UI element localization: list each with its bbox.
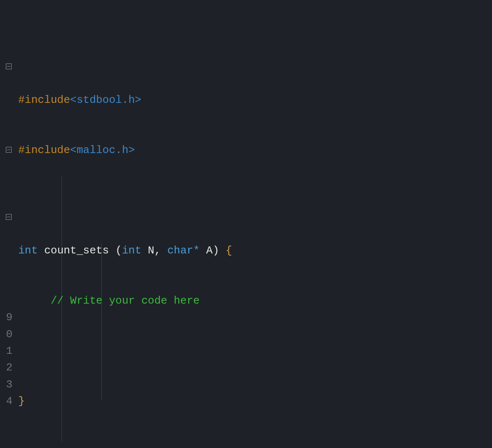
gutter-line[interactable] (0, 142, 15, 158)
gutter-line (0, 42, 15, 58)
gutter-line (0, 8, 15, 25)
code-line[interactable] (18, 343, 492, 359)
gutter-line[interactable] (0, 58, 15, 75)
gutter-line: 9 (0, 309, 15, 326)
code-area[interactable]: #include<stdbool.h> #include<malloc.h> i… (15, 0, 492, 448)
gutter-line (0, 242, 15, 259)
line-number: 1 (6, 345, 12, 357)
line-number: 0 (6, 328, 12, 341)
code-line[interactable]: int count_sets (int N, char* A) { (18, 242, 492, 259)
code-line[interactable] (18, 192, 492, 209)
fold-toggle-icon[interactable] (6, 214, 12, 220)
gutter-line (0, 125, 15, 142)
param-name: N (148, 244, 154, 257)
gutter-line[interactable] (0, 209, 15, 226)
gutter-line (0, 25, 15, 41)
line-number: 4 (6, 395, 12, 407)
line-number: 2 (6, 361, 12, 374)
indent-guide (101, 243, 102, 400)
gutter-line (0, 109, 15, 125)
type-keyword: int (122, 244, 142, 257)
comment: // Write your code here (51, 295, 200, 307)
type-keyword: char* (167, 244, 200, 257)
include-header: <stdbool.h> (70, 94, 142, 106)
gutter-line (0, 92, 15, 108)
gutter-line (0, 159, 15, 175)
code-line[interactable]: } (18, 393, 492, 409)
gutter-line: 4 (0, 393, 15, 409)
line-number: 9 (6, 311, 12, 324)
code-line[interactable]: #include<malloc.h> (18, 142, 492, 158)
code-line[interactable] (18, 443, 492, 448)
gutter-line (0, 75, 15, 92)
code-line[interactable]: // Write your code here (18, 292, 492, 309)
gutter-line (0, 259, 15, 275)
line-number: 3 (6, 378, 12, 391)
fold-toggle-icon[interactable] (6, 63, 12, 69)
type-keyword: int (18, 244, 38, 257)
fold-toggle-icon[interactable] (6, 147, 12, 153)
gutter-line (0, 175, 15, 192)
code-editor[interactable]: 9 0 1 2 3 4 #include<stdbool.h> #include… (0, 0, 492, 448)
function-name: count_sets (44, 244, 109, 257)
include-header: <malloc.h> (70, 144, 135, 156)
gutter-line: 0 (0, 326, 15, 343)
gutter-line: 3 (0, 376, 15, 393)
gutter-line: 1 (0, 343, 15, 359)
preproc-directive: #include (18, 94, 70, 106)
gutter-line (0, 226, 15, 242)
gutter-line: 2 (0, 359, 15, 376)
gutter-line (0, 192, 15, 209)
preproc-directive: #include (18, 144, 70, 156)
param-name: A (206, 244, 213, 257)
gutter: 9 0 1 2 3 4 (0, 0, 15, 448)
code-line[interactable]: #include<stdbool.h> (18, 92, 492, 108)
gutter-line (0, 276, 15, 292)
gutter-line (0, 292, 15, 309)
